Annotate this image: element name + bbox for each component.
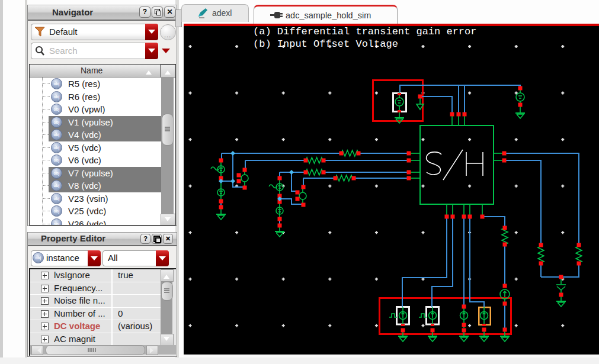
svg-text:(b) Input Offset Voltage: (b) Input Offset Voltage <box>253 38 398 50</box>
svg-text:(a) Differential transient gai: (a) Differential transient gain error <box>253 26 476 37</box>
